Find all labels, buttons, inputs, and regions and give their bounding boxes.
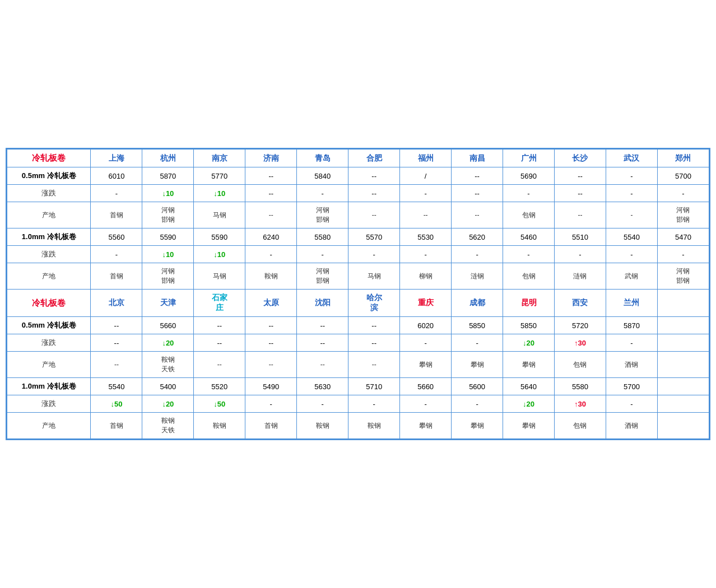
s2-10-origin-label: 产地 bbox=[7, 413, 91, 439]
s1-05-wh: - bbox=[606, 167, 657, 185]
s2-header-tianjin: 天津 bbox=[142, 290, 194, 317]
s1-05-chg-hf: -- bbox=[348, 185, 400, 202]
s1-10mm-origin-row: 产地 首钢 河钢邯钢 马钢 鞍钢 河钢邯钢 马钢 柳钢 涟钢 包钢 涟钢 武钢 … bbox=[7, 263, 709, 290]
s2-05-origin-label: 产地 bbox=[7, 352, 91, 378]
s2-05-chg-sjz: -- bbox=[194, 334, 245, 352]
s1-05-orig-zz: 河钢邯钢 bbox=[657, 202, 709, 228]
s1-10-chg-sh: - bbox=[91, 246, 142, 263]
s2-10mm-change-row: 涨跌 ↓50 ↓20 ↓50 - - - - - ↓20 ↑30 - bbox=[7, 395, 709, 413]
s2-10mm-label: 1.0mm 冷轧板卷 bbox=[7, 378, 91, 395]
s2-10-chg-tj: ↓20 bbox=[142, 395, 194, 413]
s2-header-harbin: 哈尔滨 bbox=[348, 290, 400, 317]
header-nanjing: 南京 bbox=[194, 150, 245, 167]
s2-10-orig-cq: 攀钢 bbox=[400, 413, 452, 439]
s2-10-tj: 5400 bbox=[142, 378, 194, 395]
main-table-wrapper: ZGW.com 中国互联网百强企业 ZGW.com 中国互联网百强企业 中钢网 … bbox=[6, 148, 710, 440]
s2-05-hrb: -- bbox=[348, 317, 400, 334]
s2-05-orig-cd: 攀钢 bbox=[452, 352, 503, 378]
s2-10-change-label: 涨跌 bbox=[7, 395, 91, 413]
s1-05-orig-nc: -- bbox=[452, 202, 503, 228]
s1-10-orig-hf: 马钢 bbox=[348, 263, 400, 290]
s2-05-orig-empty bbox=[657, 352, 709, 378]
s2-05mm-origin-row: 产地 -- 鞍钢天铁 -- -- -- -- 攀钢 攀钢 攀钢 包钢 酒钢 bbox=[7, 352, 709, 378]
s2-10-sjz: 5520 bbox=[194, 378, 245, 395]
s1-10-gz: 5460 bbox=[503, 228, 555, 246]
header-hangzhou: 杭州 bbox=[142, 150, 194, 167]
s1-05-zz: 5700 bbox=[657, 167, 709, 185]
s2-header-taiyuan: 太原 bbox=[245, 290, 297, 317]
s1-10-chg-nj: ↓10 bbox=[194, 246, 245, 263]
s2-05-orig-lz: 酒钢 bbox=[606, 352, 657, 378]
s2-10-xa: 5580 bbox=[555, 378, 606, 395]
s1-10-change-label: 涨跌 bbox=[7, 246, 91, 263]
s1-10-chg-hz: ↓10 bbox=[142, 246, 194, 263]
s1-10-chg-zz: - bbox=[657, 246, 709, 263]
s2-05-cd: 5850 bbox=[452, 317, 503, 334]
s2-10-orig-tj: 鞍钢天铁 bbox=[142, 413, 194, 439]
s1-10-orig-qd: 河钢邯钢 bbox=[297, 263, 348, 290]
s1-05-chg-fz: - bbox=[400, 185, 452, 202]
s2-05-orig-hrb: -- bbox=[348, 352, 400, 378]
s2-10-orig-ty: 首钢 bbox=[245, 413, 297, 439]
s2-header-chongqing: 重庆 bbox=[400, 290, 452, 317]
s2-10-hrb: 5710 bbox=[348, 378, 400, 395]
s1-10-orig-nj: 马钢 bbox=[194, 263, 245, 290]
s1-05mm-label: 0.5mm 冷轧板卷 bbox=[7, 167, 91, 185]
s2-05-chg-cd: - bbox=[452, 334, 503, 352]
s2-10-chg-cd: - bbox=[452, 395, 503, 413]
s2-10-chg-cq: - bbox=[400, 395, 452, 413]
s1-05-qd: 5840 bbox=[297, 167, 348, 185]
s2-10-chg-km: ↓20 bbox=[503, 395, 555, 413]
s2-05-orig-ty: -- bbox=[245, 352, 297, 378]
section2-header-row: 冷轧板卷 北京 天津 石家庄 太原 沈阳 哈尔滨 重庆 成都 昆明 西安 兰州 bbox=[7, 290, 709, 317]
s1-10mm-data-row: 1.0mm 冷轧板卷 5560 5590 5590 6240 5580 5570… bbox=[7, 228, 709, 246]
s2-05-empty bbox=[657, 317, 709, 334]
s1-10-orig-nc: 涟钢 bbox=[452, 263, 503, 290]
header-qingdao: 青岛 bbox=[297, 150, 348, 167]
s1-05mm-change-row: 涨跌 - ↓10 ↓10 -- - -- - -- - -- - - bbox=[7, 185, 709, 202]
s2-10-chg-sjz: ↓50 bbox=[194, 395, 245, 413]
s2-05mm-label: 0.5mm 冷轧板卷 bbox=[7, 317, 91, 334]
s2-10-chg-hrb: - bbox=[348, 395, 400, 413]
section2-product-header: 冷轧板卷 bbox=[7, 290, 91, 317]
s1-10-orig-sh: 首钢 bbox=[91, 263, 142, 290]
s1-10-jn: 6240 bbox=[245, 228, 297, 246]
s1-05-gz: 5690 bbox=[503, 167, 555, 185]
s1-05-chg-gz: - bbox=[503, 185, 555, 202]
s2-05-chg-tj: ↓20 bbox=[142, 334, 194, 352]
s2-10-cd: 5600 bbox=[452, 378, 503, 395]
s1-10-cs: 5510 bbox=[555, 228, 606, 246]
s2-10-orig-cd: 攀钢 bbox=[452, 413, 503, 439]
steel-price-table: 冷轧板卷 上海 杭州 南京 济南 青岛 合肥 福州 南昌 广州 长沙 武汉 郑州… bbox=[7, 149, 709, 439]
s1-10-chg-wh: - bbox=[606, 246, 657, 263]
section1-header-row: 冷轧板卷 上海 杭州 南京 济南 青岛 合肥 福州 南昌 广州 长沙 武汉 郑州 bbox=[7, 150, 709, 167]
s1-05-origin-label: 产地 bbox=[7, 202, 91, 228]
header-jinan: 济南 bbox=[245, 150, 297, 167]
s2-10-ty: 5490 bbox=[245, 378, 297, 395]
s2-header-shijiazhuang: 石家庄 bbox=[194, 290, 245, 317]
s1-10-hz: 5590 bbox=[142, 228, 194, 246]
s1-10-nc: 5620 bbox=[452, 228, 503, 246]
s2-05-chg-lz: - bbox=[606, 334, 657, 352]
s2-05mm-change-row: 涨跌 -- ↓20 -- -- -- -- - - ↓20 ↑30 - bbox=[7, 334, 709, 352]
header-wuhan: 武汉 bbox=[606, 150, 657, 167]
s2-header-empty bbox=[657, 290, 709, 317]
s1-10mm-change-row: 涨跌 - ↓10 ↓10 - - - - - - - - - bbox=[7, 246, 709, 263]
s1-05-sh: 6010 bbox=[91, 167, 142, 185]
s2-10-orig-sjz: 鞍钢 bbox=[194, 413, 245, 439]
s2-05-chg-km: ↓20 bbox=[503, 334, 555, 352]
s2-05-km: 5850 bbox=[503, 317, 555, 334]
s1-05-chg-wh: - bbox=[606, 185, 657, 202]
s1-10-orig-hz: 河钢邯钢 bbox=[142, 263, 194, 290]
s1-05-orig-hz: 河钢邯钢 bbox=[142, 202, 194, 228]
s1-05-orig-wh: - bbox=[606, 202, 657, 228]
s2-10-chg-lz: - bbox=[606, 395, 657, 413]
header-hefei: 合肥 bbox=[348, 150, 400, 167]
s1-05mm-origin-row: 产地 首钢 河钢邯钢 马钢 -- 河钢邯钢 -- -- -- 包钢 -- - 河… bbox=[7, 202, 709, 228]
s1-05-chg-sh: - bbox=[91, 185, 142, 202]
s2-05-orig-sjz: -- bbox=[194, 352, 245, 378]
s2-05-lz: 5870 bbox=[606, 317, 657, 334]
s2-05-sy: -- bbox=[297, 317, 348, 334]
s2-10-orig-lz: 酒钢 bbox=[606, 413, 657, 439]
s2-header-xian: 西安 bbox=[555, 290, 606, 317]
